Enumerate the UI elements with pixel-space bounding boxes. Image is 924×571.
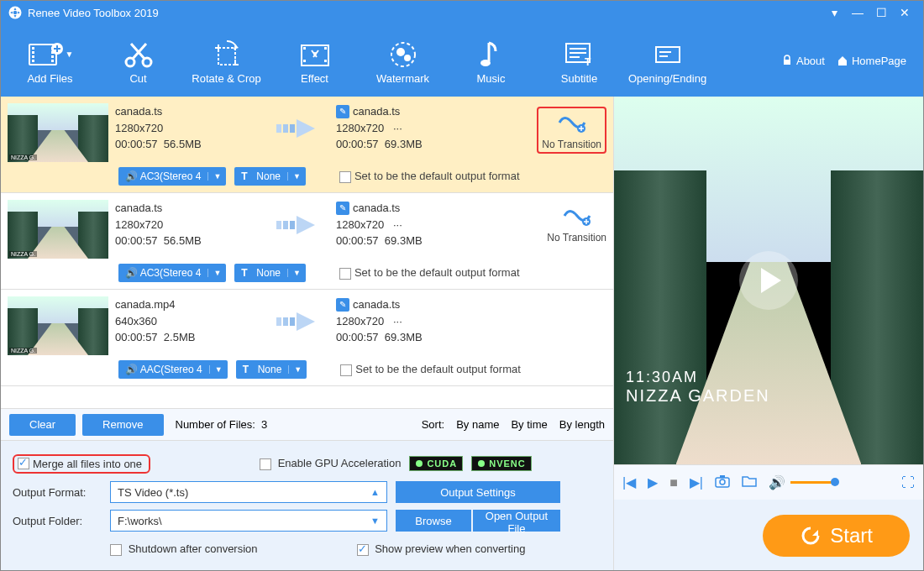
subtitle-button[interactable]: T Subtitle [535, 37, 623, 85]
output-format-label: Output Format: [13, 486, 102, 499]
minimize-button[interactable]: — [846, 6, 869, 19]
edit-name-icon[interactable]: ✎ [336, 105, 349, 118]
toolbar-label: Rotate & Crop [182, 72, 270, 85]
browse-button[interactable]: Browse [396, 510, 471, 532]
file-count-label: Number of Files: 3 [176, 418, 268, 431]
open-output-file-button[interactable]: Open Output File [473, 510, 560, 532]
svg-rect-10 [51, 55, 54, 58]
merge-files-checkbox[interactable]: Merge all files into one [13, 454, 150, 474]
output-folder-select[interactable]: F:\works\▼ [110, 510, 387, 532]
svg-point-14 [143, 58, 151, 66]
clear-button[interactable]: Clear [9, 414, 76, 436]
toolbar-label: Effect [270, 72, 359, 85]
output-format-select[interactable]: TS Video (*.ts)▲ [110, 481, 387, 503]
remove-button[interactable]: Remove [82, 414, 163, 436]
file-input-meta: canada.ts1280x72000:00:57 56.5MB [108, 200, 272, 249]
svg-point-47 [478, 460, 485, 467]
sort-by-time[interactable]: By time [511, 418, 547, 431]
next-button[interactable]: ▶| [690, 474, 703, 490]
edit-name-icon[interactable]: ✎ [336, 202, 349, 215]
maximize-button[interactable]: ☐ [869, 6, 893, 19]
start-panel: Start [614, 500, 923, 571]
svg-text:T: T [585, 56, 591, 68]
file-thumbnail: NIZZA G. [8, 296, 108, 355]
transition-button[interactable]: No Transition [547, 203, 606, 244]
file-row[interactable]: NIZZA G. canada.ts1280x72000:00:57 56.5M… [1, 193, 613, 290]
arrow-icon [272, 200, 331, 250]
file-thumbnail: NIZZA G. [8, 103, 108, 162]
fx-pill[interactable]: T None▼ [234, 264, 306, 282]
open-folder-button[interactable] [742, 474, 757, 491]
preview-overlay-text: 11:30AM NIZZA GARDEN [626, 369, 770, 406]
svg-rect-7 [32, 60, 34, 62]
svg-point-49 [720, 479, 725, 485]
svg-rect-40 [283, 221, 288, 229]
sort-by-name[interactable]: By name [456, 418, 499, 431]
start-button[interactable]: Start [763, 515, 910, 557]
cut-button[interactable]: Cut [94, 37, 182, 85]
fullscreen-button[interactable]: ⛶ [901, 475, 915, 490]
svg-point-13 [126, 58, 134, 66]
titlebar: Renee Video Toolbox 2019 ▾ — ☐ ✕ [1, 1, 923, 24]
file-input-meta: canada.mp4640x36000:00:57 2.5MB [108, 296, 272, 346]
snapshot-button[interactable] [715, 474, 730, 491]
nvenc-badge: NVENC [471, 456, 532, 471]
volume-slider[interactable]: 🔊 [769, 474, 836, 490]
shutdown-checkbox[interactable]: Shutdown after conversion [110, 542, 258, 556]
svg-point-1 [13, 11, 18, 15]
music-button[interactable]: Music [447, 37, 535, 85]
dropdown-button[interactable]: ▾ [822, 6, 846, 19]
svg-point-21 [313, 52, 317, 55]
close-button[interactable]: ✕ [893, 6, 916, 19]
play-button[interactable]: ▶ [648, 474, 658, 490]
fx-pill[interactable]: T None▼ [234, 167, 306, 186]
svg-point-24 [404, 55, 411, 61]
add-files-button[interactable]: ▼ Add Files [6, 37, 94, 85]
fx-pill[interactable]: T None▼ [236, 360, 307, 379]
svg-rect-17 [303, 47, 306, 50]
checkbox-icon [110, 544, 122, 556]
stop-button[interactable]: ■ [669, 475, 678, 490]
svg-rect-19 [324, 47, 327, 50]
file-row[interactable]: NIZZA G. canada.mp4640x36000:00:57 2.5MB… [1, 290, 613, 386]
toolbar-label: Music [447, 72, 535, 85]
home-icon [837, 55, 848, 66]
svg-rect-45 [290, 317, 295, 326]
audio-pill[interactable]: 🔊 AC3(Stereo 4▼ [118, 167, 226, 186]
svg-rect-50 [720, 475, 725, 478]
play-overlay-button[interactable] [739, 251, 798, 310]
transition-button[interactable]: No Transition [537, 107, 606, 154]
file-output-meta: ✎canada.ts 1280x720 ··· 00:00:57 69.3MB [331, 103, 491, 153]
homepage-link[interactable]: HomePage [837, 55, 906, 67]
svg-rect-39 [276, 221, 281, 229]
toolbar-label: Watermark [359, 72, 447, 85]
audio-pill[interactable]: 🔊 AAC(Stereo 4▼ [118, 360, 228, 379]
default-output-checkbox[interactable]: Set to be the default output format [340, 363, 521, 376]
arrow-icon [272, 103, 331, 154]
default-output-checkbox[interactable]: Set to be the default output format [339, 266, 520, 280]
svg-rect-44 [283, 317, 288, 326]
svg-rect-37 [290, 124, 295, 133]
arrow-icon [272, 296, 331, 347]
default-output-checkbox[interactable]: Set to be the default output format [339, 170, 520, 183]
about-link[interactable]: About [781, 55, 825, 67]
edit-name-icon[interactable]: ✎ [336, 298, 349, 312]
toolbar-label: Cut [94, 72, 182, 85]
rotate-crop-button[interactable]: Rotate & Crop [182, 37, 270, 85]
effect-button[interactable]: Effect [270, 37, 359, 85]
svg-rect-11 [51, 60, 54, 62]
svg-rect-18 [303, 60, 306, 62]
svg-rect-31 [656, 47, 680, 62]
lock-icon [781, 55, 793, 66]
file-row[interactable]: NIZZA G. canada.ts1280x72000:00:57 56.5M… [1, 97, 613, 193]
watermark-button[interactable]: Watermark [359, 37, 447, 85]
output-settings-button[interactable]: Output Settings [396, 481, 560, 503]
sort-by-length[interactable]: By length [559, 418, 605, 431]
video-preview: 11:30AM NIZZA GARDEN [614, 97, 923, 464]
refresh-icon [800, 525, 822, 547]
show-preview-checkbox[interactable]: Show preview when converting [357, 542, 526, 556]
gpu-accel-checkbox[interactable]: Enable GPU Acceleration [260, 457, 401, 470]
opening-ending-button[interactable]: Opening/Ending [623, 37, 711, 85]
audio-pill[interactable]: 🔊 AC3(Stereo 4▼ [118, 264, 226, 282]
prev-button[interactable]: |◀ [622, 474, 636, 490]
